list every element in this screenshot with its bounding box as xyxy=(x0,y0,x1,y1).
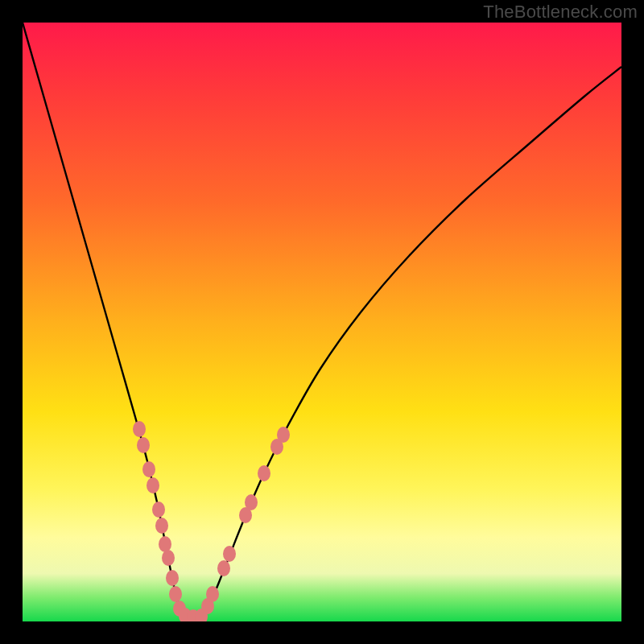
curve-bead xyxy=(169,586,182,602)
curve-bead xyxy=(142,461,155,477)
curve-bead xyxy=(223,546,236,562)
curve-bead xyxy=(133,421,146,437)
curve-bead xyxy=(258,465,270,481)
curve-bead xyxy=(147,477,159,493)
curve-bead xyxy=(155,518,168,534)
bottleneck-plot-svg xyxy=(23,23,621,621)
bottleneck-curve xyxy=(23,23,621,619)
chart-frame: TheBottleneck.com xyxy=(0,0,644,644)
curve-bead xyxy=(166,570,179,586)
curve-bead xyxy=(217,560,230,576)
curve-bead xyxy=(206,586,219,602)
curve-bead xyxy=(162,550,175,566)
curve-bead xyxy=(152,502,165,518)
curve-beads xyxy=(133,421,290,621)
curve-bead xyxy=(245,494,258,510)
curve-bead xyxy=(159,536,171,552)
curve-bead xyxy=(137,437,150,453)
watermark-text: TheBottleneck.com xyxy=(483,2,638,23)
plot-area xyxy=(23,23,621,621)
curve-bead xyxy=(277,427,290,443)
